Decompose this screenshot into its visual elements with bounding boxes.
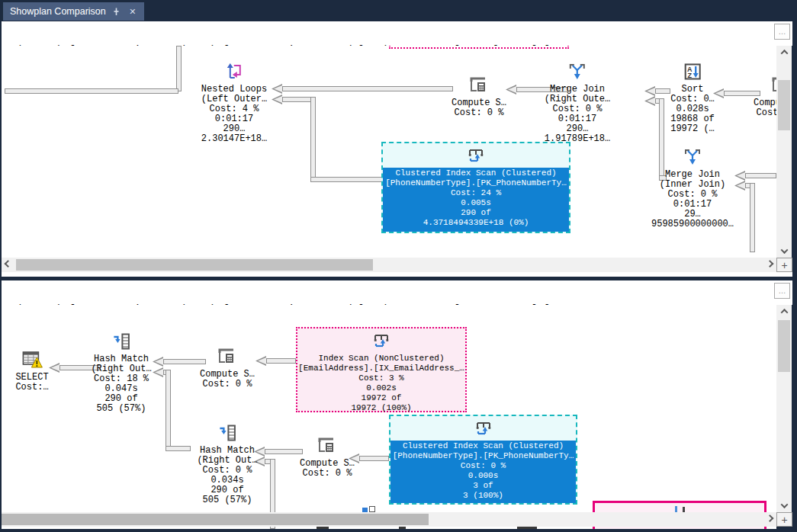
merge-join-inner-node[interactable]: Merge Join(Inner Join)Cost: 0 %0:01:1729… [651, 146, 734, 229]
scroll-up-button[interactable] [776, 46, 792, 59]
clustered-index-scan-node-2[interactable]: Clustered Index Scan (Clustered)[PhoneNu… [389, 415, 577, 505]
plan2-zoom-in-button[interactable]: + [776, 512, 792, 527]
showplan-comparison-window: Showplan Comparison ✕ D:\Demos\Plan Comp… [0, 0, 797, 532]
sort-node[interactable]: AZSortCost: 0…0.028s19868 of19972 (… [670, 61, 715, 134]
plan-arrowhead-icon [153, 357, 163, 367]
tab-label: Showplan Comparison [10, 6, 106, 17]
node-label: Clustered Index Scan (Clustered) [383, 168, 569, 178]
clustered-index-scan-node[interactable]: Clustered Index Scan (Clustered)[PhoneNu… [381, 142, 570, 233]
plan2-expand-button[interactable]: … [774, 283, 790, 299]
merge-join-right-outer-node[interactable]: Merge Join(Right Oute…Cost: 0 %0:01:1729… [545, 61, 610, 144]
tab-bar: Showplan Comparison ✕ [2, 0, 792, 21]
plan1-vertical-scrollbar[interactable] [776, 46, 792, 258]
node-detail: 505 (57%) [197, 495, 257, 505]
plan1-expand-button[interactable]: … [774, 24, 790, 40]
scrollbar-thumb[interactable] [778, 80, 790, 130]
compute-scalar-icon [200, 346, 255, 370]
chevron-down-icon [780, 246, 788, 254]
plan-connector [359, 456, 389, 461]
scrollbar-track[interactable] [776, 318, 792, 499]
hash-match-right-outer-node-1[interactable]: Hash Match(Right Out…Cost: 18 %0.047s290… [91, 331, 151, 414]
plan-connector [750, 183, 755, 252]
tab-showplan-comparison[interactable]: Showplan Comparison ✕ [3, 2, 144, 21]
plan-arrowhead-icon [734, 181, 745, 191]
chevron-up-icon [780, 50, 788, 57]
scroll-left-button[interactable] [2, 258, 14, 272]
scroll-down-button[interactable] [776, 245, 792, 258]
plan-connector [655, 88, 670, 94]
node-label: 0.000s [390, 471, 576, 481]
hash-match-icon [91, 331, 151, 354]
index-scan-icon [390, 416, 576, 441]
scrollbar-thumb[interactable] [16, 259, 373, 271]
node-detail: Cost: 0 % [300, 469, 355, 479]
node-label: 0.002s [297, 383, 465, 393]
node-text: Clustered Index Scan (Clustered)[PhoneNu… [390, 441, 576, 503]
chevron-up-icon [780, 309, 788, 316]
scroll-down-button[interactable] [776, 499, 792, 512]
compute-scalar-clipped-node[interactable]: Compute S…Cost: 0 % [754, 75, 776, 118]
node-label: [PhoneNumberType].[PK_PhoneNumberTy… [390, 451, 576, 461]
svg-text:Z: Z [687, 72, 692, 79]
plan1-horizontal-scrollbar[interactable] [2, 258, 776, 272]
offscreen-selected-node-outline[interactable] [389, 46, 569, 49]
plan2-vertical-scrollbar[interactable] [776, 305, 792, 512]
plan1-canvas[interactable]: Nested Loops(Left Outer…Cost: 4 %0:01:17… [2, 46, 776, 273]
scrollbar-track[interactable] [2, 512, 763, 527]
node-label: Index Scan (NonClustered) [297, 354, 465, 364]
chevron-right-icon [766, 260, 774, 268]
compute-scalar-icon [754, 75, 776, 98]
node-label: Cost: 0 % [390, 461, 576, 471]
node-detail: 505 (57%) [91, 404, 151, 414]
scroll-up-button[interactable] [776, 305, 792, 318]
plan1-zoom-in-button[interactable]: + [776, 258, 792, 272]
node-detail: 2.30147E+18… [201, 134, 267, 144]
scrollbar-track[interactable] [776, 59, 792, 245]
chevron-right-icon [766, 514, 774, 522]
plan-connector [266, 358, 296, 364]
plan-arrowhead-icon [153, 367, 163, 377]
index-scan-icon [383, 143, 569, 168]
node-label: 0.005s [383, 198, 569, 208]
scrollbar-thumb[interactable] [778, 320, 790, 372]
node-text: Clustered Index Scan (Clustered)[PhoneNu… [383, 168, 569, 232]
plan-arrowhead-icon [49, 363, 59, 373]
plan-arrowhead-icon [272, 95, 282, 104]
merge-join-icon [545, 61, 610, 85]
pin-icon[interactable] [111, 6, 122, 17]
close-icon[interactable]: ✕ [127, 6, 138, 17]
scroll-right-button[interactable] [763, 512, 776, 527]
plan-arrowhead-icon [272, 84, 282, 94]
plan-connector [166, 446, 191, 451]
nested-loops-node[interactable]: Nested Loops(Left Outer…Cost: 4 %0:01:17… [201, 61, 267, 144]
compute-scalar-node-1[interactable]: Compute S…Cost: 0 % [200, 346, 255, 389]
node-detail: Cost: 0 % [754, 108, 776, 118]
plan-connector [166, 370, 171, 450]
node-detail: 95985900000000… [651, 220, 734, 229]
sort-icon: AZ [670, 61, 715, 85]
merge-join-icon [651, 146, 734, 170]
compute-scalar-node-2[interactable]: Compute S…Cost: 0 % [300, 435, 355, 479]
chevron-left-icon [5, 260, 12, 268]
node-detail: Cost: 0 % [200, 380, 255, 389]
plan-arrowhead-icon [255, 356, 266, 366]
compute-scalar-node[interactable]: Compute S…Cost: 0 % [452, 75, 506, 118]
node-label: Cost:… [15, 383, 48, 393]
node-label: 3 of [390, 481, 576, 491]
index-scan-nonclustered-node[interactable]: Index Scan (NonClustered)[EmailAddress].… [296, 327, 467, 412]
node-detail: 19972 (… [670, 124, 715, 134]
plan2-horizontal-scrollbar[interactable] [2, 512, 776, 527]
plan-arrowhead-icon [644, 86, 655, 96]
scrollbar-track[interactable] [14, 258, 763, 272]
scroll-right-button[interactable] [763, 258, 776, 272]
select-node[interactable]: SELECTCost:… [15, 349, 48, 393]
plan-arrowhead-icon [644, 96, 655, 106]
node-label: 19972 (100%) [297, 403, 465, 413]
hash-match-right-outer-node-2[interactable]: Hash Match(Right Out…Cost: 0 %0.034s290 … [197, 422, 257, 505]
plan-connector [310, 97, 316, 181]
scrollbar-thumb[interactable] [2, 514, 429, 525]
node-label: Cost: 3 % [297, 373, 465, 383]
plan2-canvas[interactable]: SELECTCost:…Hash Match(Right Out…Cost: 1… [2, 305, 776, 529]
plan2-header: D:\Demos\Plan Comparison and QDS\Plan Co… [2, 280, 792, 305]
plan-arrowhead-icon [734, 171, 745, 181]
